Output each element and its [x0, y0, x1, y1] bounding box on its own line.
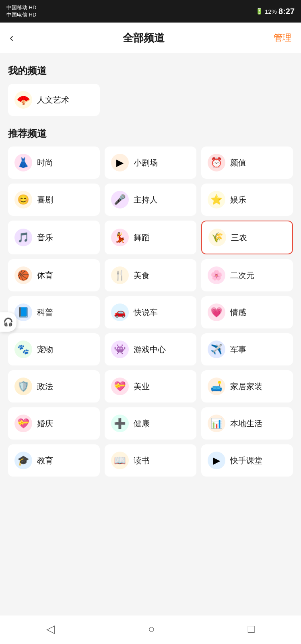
channel-card[interactable]: 🌸二次元 — [201, 259, 293, 291]
channel-card[interactable]: ▶快手课堂 — [201, 444, 293, 477]
my-channel-icon: 🪭 — [14, 91, 32, 109]
channel-card[interactable]: 😊喜剧 — [8, 184, 100, 216]
channel-icon: ⏰ — [208, 154, 225, 171]
channel-card[interactable]: ➕健康 — [105, 407, 196, 440]
my-channels-grid: 🪭 人文艺术 — [8, 84, 293, 116]
back-button[interactable]: ‹ — [10, 31, 13, 44]
channel-icon: 💝 — [111, 378, 129, 395]
channel-name: 美食 — [134, 270, 150, 281]
header: ‹ 全部频道 管理 — [0, 23, 301, 53]
channel-icon: ✈️ — [208, 341, 225, 358]
channel-icon: 🏀 — [14, 266, 32, 284]
channel-name: 快说车 — [134, 307, 158, 318]
channel-card[interactable]: 🎤主持人 — [105, 184, 196, 216]
battery-icon: 🔋 — [256, 8, 263, 15]
recent-nav-button[interactable]: □ — [248, 623, 255, 636]
clock: 8:27 — [278, 7, 295, 16]
recommend-channels-title: 推荐频道 — [8, 127, 293, 140]
channel-name: 情感 — [230, 307, 246, 318]
channel-icon: 📊 — [208, 415, 225, 432]
channel-name: 教育 — [37, 455, 53, 466]
channel-name: 美业 — [134, 381, 150, 392]
channel-card[interactable]: ▶小剧场 — [105, 147, 196, 179]
my-channels-title: 我的频道 — [8, 64, 293, 77]
channel-icon: ⭐ — [208, 191, 225, 208]
carrier-info: 中国移动 HD 中国电信 HD — [6, 4, 36, 19]
channel-icon: 🚗 — [111, 303, 129, 321]
float-side-button[interactable]: 🎧 — [0, 312, 16, 332]
channel-card[interactable]: 🌾三农 — [201, 221, 293, 254]
channel-name: 科普 — [37, 307, 53, 318]
channel-card[interactable]: 💃舞蹈 — [105, 221, 196, 254]
channel-icon: 👗 — [14, 154, 32, 171]
channel-name: 游戏中心 — [134, 344, 166, 355]
channel-card[interactable]: 🏀体育 — [8, 259, 100, 291]
my-channel-name: 人文艺术 — [37, 95, 69, 105]
channel-card[interactable]: 🛡️政法 — [8, 370, 100, 402]
channel-name: 舞蹈 — [134, 232, 150, 243]
carrier1: 中国移动 HD — [6, 4, 36, 11]
channel-name: 主持人 — [134, 194, 158, 205]
channel-card[interactable]: 🚗快说车 — [105, 296, 196, 328]
channel-name: 娱乐 — [230, 194, 246, 205]
status-bar: 中国移动 HD 中国电信 HD 🔋 12% 8:27 — [0, 0, 301, 23]
channel-icon: 👾 — [111, 341, 129, 358]
channel-card[interactable]: 📊本地生活 — [201, 407, 293, 440]
channel-card[interactable]: 🎵音乐 — [8, 221, 100, 254]
channel-icon: 🌾 — [208, 229, 226, 246]
channel-icon: 📖 — [111, 452, 129, 469]
channel-card[interactable]: 🎓教育 — [8, 444, 100, 477]
channel-name: 二次元 — [230, 270, 254, 281]
bottom-nav: ◁ ○ □ — [0, 615, 301, 644]
channels-grid: 👗时尚▶小剧场⏰颜值😊喜剧🎤主持人⭐娱乐🎵音乐💃舞蹈🌾三农🏀体育🍴美食🌸二次元📘… — [8, 147, 293, 477]
channel-card[interactable]: ⏰颜值 — [201, 147, 293, 179]
channel-name: 三农 — [231, 232, 247, 243]
channel-card[interactable]: 💗情感 — [201, 296, 293, 328]
channel-icon: 🛋️ — [208, 378, 225, 395]
channel-name: 快手课堂 — [230, 455, 262, 466]
channel-card[interactable]: 🐾宠物 — [8, 333, 100, 365]
channel-icon: 🛡️ — [14, 378, 32, 395]
channel-card[interactable]: 📖读书 — [105, 444, 196, 477]
channel-icon: 🐾 — [14, 341, 32, 358]
home-nav-button[interactable]: ○ — [148, 623, 155, 636]
channel-name: 婚庆 — [37, 418, 53, 429]
channel-icon: 💝 — [14, 415, 32, 432]
channel-name: 军事 — [230, 344, 246, 355]
channel-name: 音乐 — [37, 232, 53, 243]
channel-name: 时尚 — [37, 157, 53, 168]
channel-icon: 🎓 — [14, 452, 32, 469]
battery-level: 12% — [265, 8, 277, 15]
channel-icon: ➕ — [111, 415, 129, 432]
main-content: 我的频道 🪭 人文艺术 推荐频道 👗时尚▶小剧场⏰颜值😊喜剧🎤主持人⭐娱乐🎵音乐… — [0, 53, 301, 615]
my-channel-item[interactable]: 🪭 人文艺术 — [8, 84, 100, 116]
channel-card[interactable]: 👗时尚 — [8, 147, 100, 179]
channel-name: 小剧场 — [134, 157, 158, 168]
channel-card[interactable]: 💝美业 — [105, 370, 196, 402]
status-right: 🔋 12% 8:27 — [256, 7, 295, 16]
channel-name: 政法 — [37, 381, 53, 392]
channel-card[interactable]: 🍴美食 — [105, 259, 196, 291]
channel-icon: ▶ — [208, 452, 225, 469]
channel-card[interactable]: ⭐娱乐 — [201, 184, 293, 216]
channel-card[interactable]: 📘科普 — [8, 296, 100, 328]
channel-icon: 🎵 — [14, 229, 32, 246]
channel-card[interactable]: 🛋️家居家装 — [201, 370, 293, 402]
back-nav-button[interactable]: ◁ — [46, 622, 55, 636]
channel-name: 体育 — [37, 270, 53, 281]
channel-name: 喜剧 — [37, 194, 53, 205]
carrier2: 中国电信 HD — [6, 11, 36, 19]
channel-name: 家居家装 — [230, 381, 262, 392]
channel-icon: 💗 — [208, 303, 225, 321]
channel-name: 宠物 — [37, 344, 53, 355]
channel-card[interactable]: 💝婚庆 — [8, 407, 100, 440]
manage-button[interactable]: 管理 — [274, 32, 291, 44]
channel-card[interactable]: ✈️军事 — [201, 333, 293, 365]
channel-card[interactable]: 👾游戏中心 — [105, 333, 196, 365]
channel-icon: ▶ — [111, 154, 129, 171]
channel-icon: 💃 — [111, 229, 129, 246]
channel-icon: 🎤 — [111, 191, 129, 208]
channel-name: 健康 — [134, 418, 150, 429]
channel-icon: 📘 — [14, 303, 32, 321]
channel-name: 颜值 — [230, 157, 246, 168]
